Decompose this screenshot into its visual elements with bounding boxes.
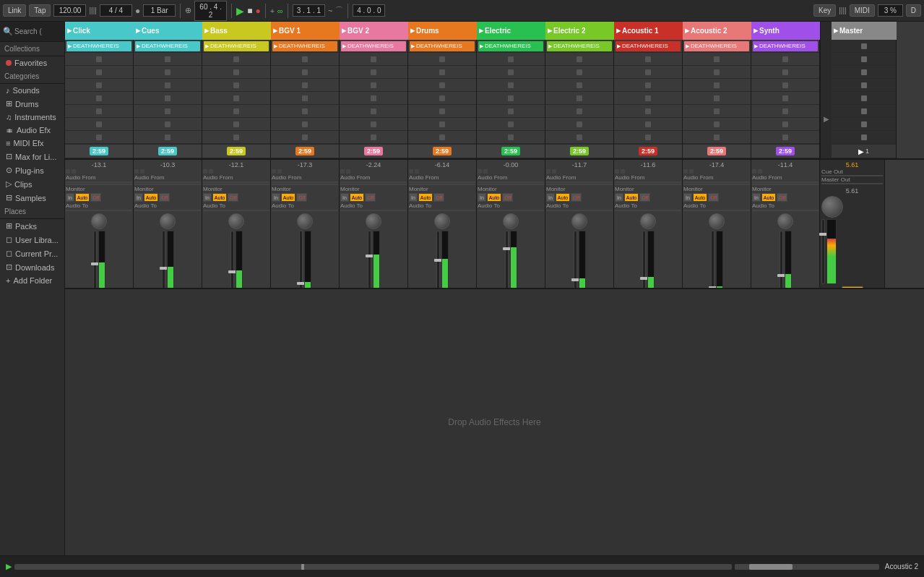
mon-in-5[interactable]: In <box>409 193 418 202</box>
clip-slot-10-2[interactable] <box>751 66 819 79</box>
ext-in-dd-10[interactable]: Ext. In ▼ <box>752 181 819 183</box>
clip-slot-8-5[interactable] <box>614 105 682 118</box>
clip-slot-1-7[interactable] <box>134 131 202 144</box>
clip-slot-8-0[interactable]: ▶DEATHWHEREIS <box>614 40 682 53</box>
track-header-6[interactable]: ▶Electric <box>477 22 545 40</box>
mon-auto-8[interactable]: Auto <box>624 193 639 202</box>
scroll-bar[interactable] <box>735 564 879 570</box>
clip-slot-5-0[interactable]: ▶DEATHWHEREIS <box>408 40 476 53</box>
track-play-8[interactable]: ▶ <box>616 27 621 34</box>
master-to-dd-10[interactable]: Master ▼ <box>752 210 819 211</box>
ext-in-dd-0[interactable]: Ext. In ▼ <box>66 181 132 183</box>
mon-auto-5[interactable]: Auto <box>418 193 433 202</box>
track-header-1[interactable]: ▶Cues <box>134 22 202 40</box>
channel-dd-4[interactable]: 1 ▼ <box>340 184 407 185</box>
mon-off-6[interactable]: Off <box>502 193 513 202</box>
clip-slot-9-5[interactable] <box>683 105 751 118</box>
fader-slider-8[interactable] <box>642 231 646 288</box>
track-header-8[interactable]: ▶Acoustic 1 <box>614 22 683 40</box>
master-play-btn[interactable]: ▶ <box>834 27 838 34</box>
clip-slot-5-4[interactable] <box>408 92 476 105</box>
clip-slot-8-4[interactable] <box>614 92 682 105</box>
master-slot-8[interactable] <box>832 131 896 144</box>
mon-in-3[interactable]: In <box>272 193 280 202</box>
pan-knob-5[interactable] <box>434 213 450 229</box>
clip-slot-3-3[interactable] <box>271 79 339 92</box>
master-to-dd-4[interactable]: Master ▼ <box>340 210 407 211</box>
mon-auto-9[interactable]: Auto <box>693 193 707 202</box>
clip-slot-6-1[interactable] <box>477 53 545 66</box>
clip-slot-3-7[interactable] <box>271 131 339 144</box>
clip-slot-10-3[interactable] <box>751 79 819 92</box>
record-button[interactable]: ● <box>255 6 260 16</box>
sidebar-item-sounds[interactable]: ♪ Sounds <box>0 84 64 97</box>
sidebar-item-packs[interactable]: ⊞ Packs <box>0 219 64 233</box>
clip-slot-2-5[interactable] <box>202 105 270 118</box>
fader-slider-6[interactable] <box>505 231 509 288</box>
sidebar-item-current-project[interactable]: ◻ Current Pr... <box>0 247 64 260</box>
clip-slot-1-0[interactable]: ▶DEATHWHEREIS <box>134 40 202 53</box>
clip-slot-4-4[interactable] <box>340 92 407 105</box>
mon-in-1[interactable]: In <box>134 193 143 202</box>
sidebar-item-max[interactable]: ⊡ Max for Li... <box>0 150 64 163</box>
clip-slot-0-3[interactable] <box>65 79 133 92</box>
clip-slot-8-6[interactable] <box>614 118 682 131</box>
track-header-5[interactable]: ▶Drums <box>408 22 477 40</box>
ext-in-dd-6[interactable]: Ext. In ▼ <box>478 181 544 183</box>
clip-slot-3-4[interactable] <box>271 92 339 105</box>
master-to-dd-0[interactable]: Master ▼ <box>66 210 132 211</box>
clip-slot-5-3[interactable] <box>408 79 476 92</box>
time-sig-display[interactable]: 4 / 4 <box>100 4 132 17</box>
clip-slot-1-1[interactable] <box>134 53 202 66</box>
clip-slot-6-2[interactable] <box>477 66 545 79</box>
track-header-4[interactable]: ▶BGV 2 <box>340 22 408 40</box>
sidebar-item-downloads[interactable]: ⊡ Downloads <box>0 260 64 274</box>
mon-in-2[interactable]: In <box>203 193 212 202</box>
sidebar-item-instruments[interactable]: ♫ Instruments <box>0 111 64 124</box>
clip-slot-7-5[interactable] <box>545 105 613 118</box>
track-header-7[interactable]: ▶Electric 2 <box>545 22 614 40</box>
channel-dd-5[interactable]: 1 ▼ <box>409 184 475 185</box>
channel-dd-10[interactable]: 1 ▼ <box>752 184 819 185</box>
clip-slot-5-7[interactable] <box>408 131 476 144</box>
master-to-dd-7[interactable]: Master ▼ <box>546 210 613 211</box>
master-to-dd-1[interactable]: Master ▼ <box>134 210 201 211</box>
clip-slot-4-0[interactable]: ▶DEATHWHEREIS <box>340 40 407 53</box>
mon-off-8[interactable]: Off <box>639 193 650 202</box>
channel-dd-6[interactable]: 1 ▼ <box>478 184 544 185</box>
fader-slider-10[interactable] <box>780 231 783 288</box>
pan-knob-4[interactable] <box>366 213 381 229</box>
clip-slot-2-4[interactable] <box>202 92 270 105</box>
master-play-icon[interactable]: ▶ <box>858 148 864 155</box>
clip-slot-2-3[interactable] <box>202 79 270 92</box>
clip-slot-8-1[interactable] <box>614 53 682 66</box>
pan-knob-6[interactable] <box>503 213 519 229</box>
master-slot-5[interactable] <box>832 92 896 105</box>
sidebar-item-samples[interactable]: ⊟ Samples <box>0 191 64 205</box>
master-track-header[interactable]: ▶ Master <box>832 22 897 40</box>
clip-slot-7-2[interactable] <box>545 66 613 79</box>
track-play-1[interactable]: ▶ <box>136 27 140 34</box>
sidebar-item-clips[interactable]: ▷ Clips <box>0 177 64 191</box>
master-slot-3[interactable] <box>832 66 896 79</box>
clip-slot-10-0[interactable]: ▶DEATHWHEREIS <box>751 40 819 53</box>
scene-btn-7[interactable]: ▶ <box>821 113 832 126</box>
track-play-5[interactable]: ▶ <box>410 27 415 34</box>
clip-slot-0-0[interactable]: ▶DEATHWHEREIS <box>65 40 133 53</box>
track-play-4[interactable]: ▶ <box>342 27 346 34</box>
mon-in-6[interactable]: In <box>478 193 486 202</box>
clip-slot-6-6[interactable] <box>477 118 545 131</box>
track-play-9[interactable]: ▶ <box>685 27 689 34</box>
clip-slot-4-3[interactable] <box>340 79 407 92</box>
sidebar-item-add-folder[interactable]: + Add Folder <box>0 274 64 287</box>
clip-slot-2-7[interactable] <box>202 131 270 144</box>
mon-auto-7[interactable]: Auto <box>556 193 570 202</box>
clip-slot-9-2[interactable] <box>683 66 751 79</box>
clip-slot-8-2[interactable] <box>614 66 682 79</box>
clip-slot-0-1[interactable] <box>65 53 133 66</box>
clip-slot-6-0[interactable]: ▶DEATHWHEREIS <box>477 40 545 53</box>
mon-in-0[interactable]: In <box>66 193 74 202</box>
fader-slider-3[interactable] <box>299 231 303 288</box>
clip-slot-3-0[interactable]: ▶DEATHWHEREIS <box>271 40 339 53</box>
mon-auto-3[interactable]: Auto <box>281 193 295 202</box>
